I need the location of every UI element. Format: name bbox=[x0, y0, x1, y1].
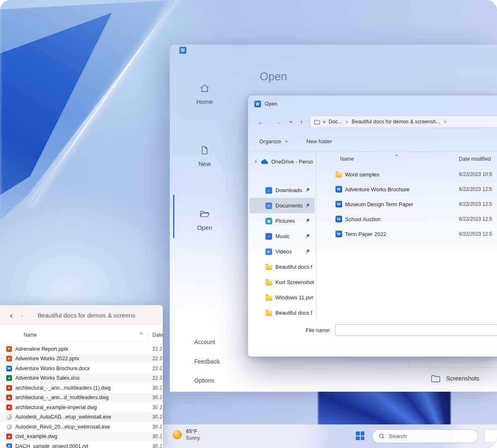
tree-item-list: Downloads Documents Pictures bbox=[248, 183, 316, 320]
file-icon bbox=[335, 216, 342, 222]
tree-item-onedrive[interactable]: OneDrive - Perso bbox=[248, 155, 316, 168]
file-row[interactable]: Adventure Works Sales.xlsx 22 J bbox=[0, 373, 163, 383]
file-date: 22 J bbox=[152, 356, 162, 361]
tree-item-icon bbox=[265, 265, 272, 270]
dialog-titlebar[interactable]: Open bbox=[248, 96, 497, 112]
tree-item[interactable]: Documents bbox=[249, 198, 315, 213]
back-chevron-icon[interactable]: ‹ bbox=[10, 311, 12, 319]
file-date: 30 J bbox=[152, 395, 162, 400]
tree-item-icon bbox=[265, 311, 272, 316]
up-arrow-icon[interactable]: ↑ bbox=[300, 119, 303, 125]
backstage-nav-open[interactable]: Open bbox=[170, 205, 239, 236]
file-icon bbox=[6, 356, 12, 361]
tree-item-label: Downloads bbox=[275, 187, 302, 193]
file-name: Adventure Works Brochure bbox=[345, 186, 410, 193]
file-icon bbox=[6, 414, 12, 420]
file-list-item[interactable]: Word samples 6/22/2023 10:5 bbox=[322, 167, 497, 182]
breadcrumb-item[interactable]: Doc... bbox=[328, 119, 342, 125]
column-header-date-modified[interactable]: Date modified bbox=[459, 156, 491, 162]
file-row[interactable]: Adventure Works Brochure.docx 22 J bbox=[0, 364, 163, 373]
forward-chevron-icon[interactable]: › bbox=[21, 311, 23, 319]
file-name: Autodesk_Revit_20...etup_webinstall.exe bbox=[15, 424, 110, 430]
tree-item-label: Windows 11.pvr bbox=[275, 294, 314, 301]
tree-item-icon bbox=[265, 248, 272, 255]
divider bbox=[408, 357, 409, 367]
expand-chevron-icon[interactable] bbox=[254, 160, 258, 164]
tree-item[interactable]: Windows 11.pvr bbox=[249, 290, 315, 305]
new-folder-button[interactable]: New folder bbox=[306, 138, 332, 145]
tree-item[interactable]: Videos bbox=[249, 244, 315, 259]
tree-item-icon bbox=[265, 280, 272, 285]
tree-item[interactable]: Kurt Screenshot bbox=[249, 275, 315, 290]
file-date: 30 J bbox=[152, 385, 162, 391]
backstage-nav-home[interactable]: Home bbox=[170, 79, 239, 110]
word-app-icon bbox=[179, 47, 186, 54]
taskbar-search-box[interactable]: Search bbox=[372, 429, 478, 443]
file-name: Word samples bbox=[345, 171, 379, 178]
pin-icon bbox=[304, 218, 311, 224]
recent-folder-screenshots[interactable]: Screenshots bbox=[431, 371, 480, 386]
file-name: DACH_sample_project.0001.rvt bbox=[15, 443, 88, 448]
file-date-modified: 6/22/2023 12:5 bbox=[459, 186, 492, 192]
explorer-file-list: Adrenaline Report.pptx 22 J Adventure Wo… bbox=[0, 344, 163, 448]
file-name: School Auction bbox=[345, 216, 381, 222]
file-list-item[interactable]: School Auction 6/22/2023 12:5 bbox=[322, 212, 497, 226]
file-row[interactable]: civil_example.dwg 30 J bbox=[0, 432, 163, 442]
folder-label: Screenshots bbox=[446, 375, 480, 382]
file-row[interactable]: architectural_-_ann...multileaders (1).d… bbox=[0, 383, 163, 393]
recent-locations-chevron-icon[interactable] bbox=[289, 120, 293, 124]
sort-ascending-icon bbox=[395, 154, 398, 157]
tree-item[interactable]: Pictures bbox=[249, 213, 315, 229]
file-icon bbox=[335, 231, 342, 237]
file-icon bbox=[6, 443, 12, 448]
breadcrumb-overflow[interactable]: « bbox=[323, 119, 326, 125]
file-list-item[interactable]: Term Paper 2022 6/22/2023 12:5 bbox=[322, 226, 497, 241]
tree-item[interactable]: Beautiful docs f bbox=[249, 305, 315, 320]
file-row[interactable]: architectural_-_ann...d_multileaders.dwg… bbox=[0, 393, 163, 403]
back-arrow-icon[interactable]: ← bbox=[258, 119, 264, 125]
filename-input[interactable] bbox=[335, 324, 497, 336]
column-header-name[interactable]: Name bbox=[24, 332, 37, 338]
backstage-nav-options[interactable]: Options bbox=[194, 377, 214, 384]
column-header-date[interactable]: Date bbox=[152, 332, 163, 338]
taskbar-corner-item[interactable] bbox=[484, 430, 497, 443]
backstage-nav-feedback[interactable]: Feedback bbox=[194, 358, 220, 365]
tree-item-icon bbox=[265, 296, 272, 301]
tree-item[interactable]: Beautiful docs f bbox=[249, 259, 315, 275]
file-row[interactable]: Adrenaline Report.pptx 22 J bbox=[0, 344, 163, 354]
tree-item-icon bbox=[265, 233, 272, 240]
file-name: Adrenaline Report.pptx bbox=[15, 346, 68, 352]
file-explorer-window: ‹ › Beautiful docs for demos & screens N… bbox=[0, 305, 163, 448]
address-breadcrumb-box[interactable]: « Doc... Beautiful docs for demos & scre… bbox=[310, 116, 497, 128]
file-row[interactable]: architectural_example-imperial.dwg 30 J bbox=[0, 402, 163, 412]
file-date: 22 J bbox=[152, 375, 162, 381]
file-row[interactable]: DACH_sample_project.0001.rvt 30 J bbox=[0, 441, 163, 448]
tree-item-icon bbox=[265, 218, 272, 224]
column-header-name[interactable]: Name bbox=[340, 156, 354, 162]
file-icon bbox=[6, 346, 12, 352]
file-list-item[interactable]: Museum Design Term Paper 6/22/2023 12:5 bbox=[322, 197, 497, 212]
file-name: Museum Design Term Paper bbox=[345, 201, 413, 207]
start-button[interactable] bbox=[356, 431, 364, 440]
file-row[interactable]: Autodesk_AutoCAD...etup_webinstall.exe 3… bbox=[0, 412, 163, 422]
weather-sun-icon bbox=[173, 430, 182, 439]
file-icon bbox=[6, 424, 12, 430]
file-row[interactable]: Adventure Works 2022.pptx 22 J bbox=[0, 354, 163, 364]
forward-arrow-icon[interactable]: → bbox=[275, 119, 281, 125]
breadcrumb-item[interactable]: Beautiful docs for demos & screensh... bbox=[352, 119, 440, 125]
tree-item[interactable]: Downloads bbox=[249, 183, 315, 198]
search-label: Search bbox=[389, 433, 407, 439]
column-divider[interactable] bbox=[148, 332, 148, 338]
file-list-item[interactable]: Adventure Works Brochure 6/22/2023 12:5 bbox=[322, 182, 497, 197]
file-row[interactable]: Autodesk_Revit_20...etup_webinstall.exe … bbox=[0, 422, 163, 432]
file-date: 30 J bbox=[152, 443, 162, 448]
file-icon bbox=[6, 366, 12, 371]
tree-item-label: Music bbox=[275, 233, 290, 239]
organize-button[interactable]: Organize bbox=[259, 138, 281, 145]
home-icon bbox=[199, 83, 210, 94]
tree-item[interactable]: Music bbox=[249, 229, 315, 244]
file-name: Adventure Works 2022.pptx bbox=[15, 356, 79, 361]
backstage-nav-account[interactable]: Account bbox=[194, 339, 215, 345]
backstage-nav-new[interactable]: New bbox=[170, 142, 239, 172]
taskbar-weather-widget[interactable]: 65°F Sunny bbox=[173, 428, 200, 441]
